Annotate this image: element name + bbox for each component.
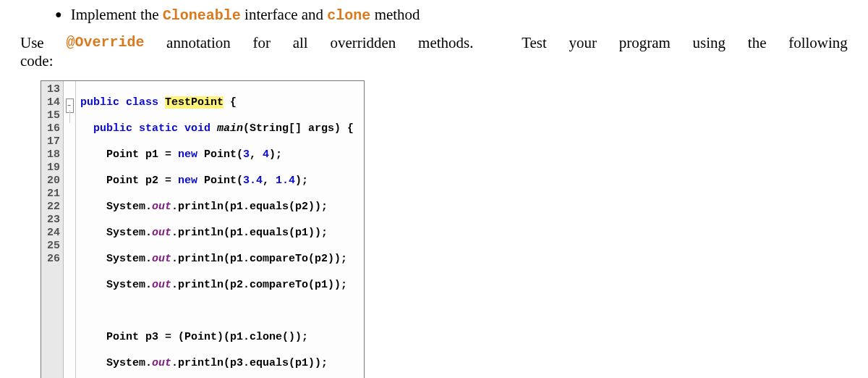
line-num: 22 — [44, 201, 60, 214]
w: overridden — [330, 34, 396, 52]
line-num: 14 — [44, 96, 60, 109]
page: ● Implement the Cloneable interface and … — [0, 6, 868, 378]
code-line: Point p2 = new Point(3.4, 1.4); — [80, 175, 354, 188]
bullet-item: ● Implement the Cloneable interface and … — [55, 6, 848, 24]
line-num: 17 — [44, 135, 60, 148]
w: the — [748, 34, 767, 52]
w: following — [788, 34, 848, 52]
code-cloneable: Cloneable — [163, 7, 241, 24]
line-num: 26 — [44, 253, 60, 266]
code-line: System.out.println(p1.equals(p1)); — [80, 227, 354, 240]
code-content: public class TestPoint { public static v… — [76, 81, 364, 378]
line-num: 18 — [44, 148, 60, 161]
code-line: public static void main(String[] args) { — [80, 122, 354, 135]
bullet-dot: ● — [55, 9, 62, 20]
text: Implement the — [71, 6, 163, 23]
code-line: Point p3 = (Point)(p1.clone()); — [80, 331, 354, 344]
w: for — [252, 34, 271, 52]
code-line: System.out.println(p2.compareTo(p1)); — [80, 279, 354, 292]
text: interface and — [241, 6, 328, 23]
line-num: 20 — [44, 175, 60, 188]
w: Use — [20, 34, 44, 52]
line1: Use @Override annotation for all overrid… — [20, 34, 848, 52]
line2: code: — [20, 52, 848, 70]
w: annotation — [166, 34, 231, 52]
bullet-text: Implement the Cloneable interface and cl… — [71, 6, 420, 24]
code-line: public class TestPoint { — [80, 96, 354, 109]
line-num: 24 — [44, 227, 60, 240]
line-num: 25 — [44, 240, 60, 253]
line-num: 21 — [44, 188, 60, 201]
w: Test — [522, 34, 547, 52]
line-num: 16 — [44, 122, 60, 135]
fold-line — [69, 110, 70, 123]
code-line: Point p1 = new Point(3, 4); — [80, 148, 354, 161]
w: methods. — [418, 34, 473, 52]
code-line: System.out.println(p1.equals(p2)); — [80, 201, 354, 214]
code-line — [80, 305, 354, 318]
code-clone: clone — [327, 7, 370, 24]
code-box: 13 14 15 16 17 18 19 20 21 22 23 24 25 2… — [41, 80, 365, 378]
w: your — [569, 34, 597, 52]
fold-gutter: − — [64, 81, 76, 378]
w: all — [293, 34, 308, 52]
w: code: — [20, 52, 53, 70]
w: program — [619, 34, 671, 52]
code-override: @Override — [66, 34, 144, 52]
code-line: System.out.println(p3.equals(p1)); — [80, 357, 354, 370]
code-block: 13 14 15 16 17 18 19 20 21 22 23 24 25 2… — [41, 80, 365, 378]
line-number-gutter: 13 14 15 16 17 18 19 20 21 22 23 24 25 2… — [41, 81, 64, 378]
line-num: 23 — [44, 214, 60, 227]
para-override: Use @Override annotation for all overrid… — [20, 34, 848, 70]
line-num: 19 — [44, 161, 60, 175]
w: using — [693, 34, 726, 52]
code-line: System.out.println(p1.compareTo(p2)); — [80, 253, 354, 266]
line-num: 13 — [44, 83, 60, 96]
text: method — [370, 6, 420, 23]
line-num: 15 — [44, 109, 60, 122]
